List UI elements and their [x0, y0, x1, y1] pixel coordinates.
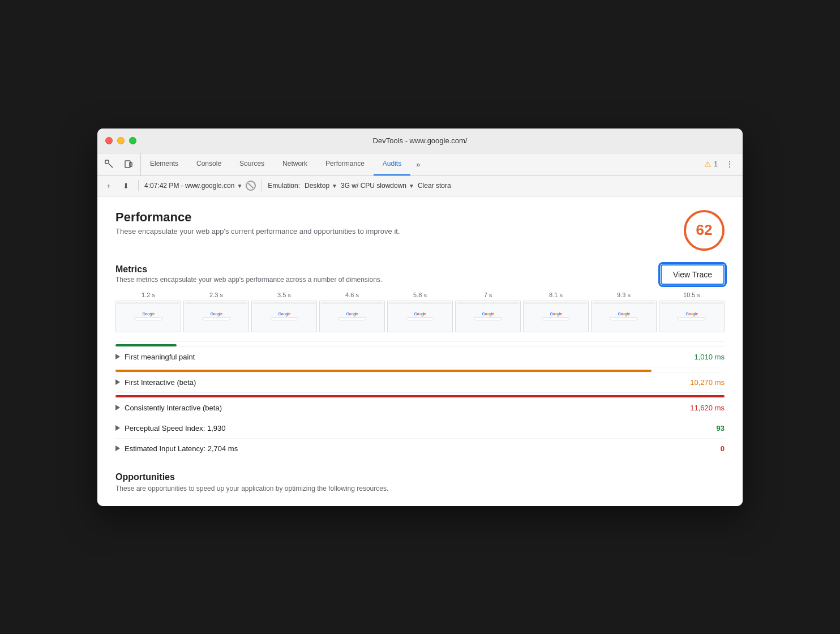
film-frame-6: 7 s Google [455, 292, 521, 332]
film-time-9: 10.5 s [683, 292, 700, 298]
google-logo-small-4: Google [346, 312, 358, 316]
film-time-2: 2.3 s [209, 292, 223, 298]
film-frame-8: 9.3 s Google [591, 292, 657, 332]
more-tabs-button[interactable]: » [410, 153, 426, 175]
toolbar-divider-2 [262, 180, 262, 191]
first-interactive-label: First Interactive (beta) [125, 378, 685, 387]
download-button[interactable]: ⬇ [119, 179, 132, 192]
tab-audits[interactable]: Audits [374, 153, 410, 175]
google-logo-small: Google [142, 312, 154, 316]
tab-right-controls: ⚠ 1 ⋮ [698, 153, 743, 175]
google-logo-small-8: Google [618, 312, 629, 316]
toolbar-divider [138, 180, 139, 191]
element-picker-icon[interactable] [102, 157, 117, 172]
performance-header: Performance These encapsulate your web a… [115, 210, 725, 251]
google-logo-small-6: Google [482, 312, 494, 316]
film-time-3: 3.5 s [277, 292, 291, 298]
opportunities-section: Opportunities These are opportunities to… [115, 472, 725, 492]
minimize-button[interactable] [117, 137, 125, 144]
film-time-8: 9.3 s [617, 292, 631, 298]
google-logo-small-5: Google [414, 312, 426, 316]
film-thumb-6: Google [455, 301, 521, 332]
metric-arrow-4[interactable] [115, 425, 120, 431]
metric-arrow-3[interactable] [115, 405, 120, 410]
view-trace-button[interactable]: View Trace [661, 264, 725, 285]
metric-arrow-1[interactable] [115, 354, 120, 359]
first-meaningful-paint-label: First meaningful paint [125, 353, 690, 361]
film-frame-2: 2.3 s Google [183, 292, 249, 332]
film-time-5: 5.8 s [413, 292, 427, 298]
metrics-description: These metrics encapsulate your web app's… [115, 276, 382, 284]
metric-first-meaningful-paint: First meaningful paint 1,010 ms [115, 346, 725, 367]
performance-title: Performance [115, 210, 400, 225]
film-thumb-7: Google [523, 301, 589, 332]
tabbar: Elements Console Sources Network Perform… [97, 153, 743, 176]
performance-score-circle: 62 [684, 210, 725, 251]
timestamp-dropdown-arrow[interactable]: ▼ [237, 183, 242, 189]
performance-score: 62 [696, 221, 713, 239]
metric-perceptual-speed: Perceptual Speed Index: 1,930 93 [115, 418, 725, 438]
emulation-dropdown-arrow[interactable]: ▼ [332, 183, 337, 189]
film-frame-7: 8.1 s Google [523, 292, 589, 332]
svg-rect-0 [105, 160, 109, 164]
google-logo-small-3: Google [278, 312, 290, 316]
titlebar: DevTools - www.google.com/ [97, 128, 743, 153]
devtools-window: DevTools - www.google.com/ Elements [97, 128, 743, 506]
blocked-icon [246, 181, 256, 191]
performance-title-group: Performance These encapsulate your web a… [115, 210, 400, 235]
perceptual-speed-score: 93 [717, 424, 725, 432]
film-thumb-5: Google [387, 301, 453, 332]
clear-storage-display[interactable]: Clear stora [418, 182, 451, 190]
metric-input-latency: Estimated Input Latency: 2,704 ms 0 [115, 438, 725, 459]
performance-description: These encapsulate your web app's current… [115, 227, 400, 235]
maximize-button[interactable] [129, 137, 136, 144]
close-button[interactable] [105, 137, 113, 144]
tab-elements[interactable]: Elements [141, 153, 187, 175]
input-latency-score: 0 [721, 444, 725, 453]
film-frame-1: 1.2 s Google [115, 292, 181, 332]
film-thumb-4: Google [319, 301, 385, 332]
google-logo-small-2: Google [210, 312, 222, 316]
tab-sources[interactable]: Sources [230, 153, 273, 175]
network-dropdown-arrow[interactable]: ▼ [409, 183, 414, 189]
main-content: Performance These encapsulate your web a… [97, 196, 743, 506]
tab-list: Elements Console Sources Network Perform… [141, 153, 698, 175]
metric-consistently-interactive: Consistently Interactive (beta) 11,620 m… [115, 397, 725, 418]
first-interactive-value: 10,270 ms [690, 378, 725, 387]
metric-first-interactive: First Interactive (beta) 10,270 ms [115, 372, 725, 392]
input-latency-label: Estimated Input Latency: 2,704 ms [125, 444, 716, 453]
google-logo-small-7: Google [550, 312, 562, 316]
perceptual-speed-label: Perceptual Speed Index: 1,930 [125, 424, 712, 432]
metrics-section-header: Metrics These metrics encapsulate your w… [115, 264, 725, 285]
window-title: DevTools - www.google.com/ [373, 136, 468, 145]
opportunities-title: Opportunities [115, 472, 725, 482]
more-options-icon[interactable]: ⋮ [722, 157, 737, 172]
film-thumb-1: Google [115, 301, 181, 332]
warning-icon: ⚠ [704, 160, 712, 169]
metric-arrow-5[interactable] [115, 445, 120, 451]
film-frame-3: 3.5 s Google [251, 292, 317, 332]
film-frame-4: 4.6 s Google [319, 292, 385, 332]
traffic-lights [105, 137, 136, 144]
tab-network[interactable]: Network [273, 153, 316, 175]
film-thumb-8: Google [591, 301, 657, 332]
consistently-interactive-label: Consistently Interactive (beta) [125, 404, 685, 412]
timestamp-display: 4:07:42 PM - www.google.con ▼ [144, 182, 242, 190]
film-frame-5: 5.8 s Google [387, 292, 453, 332]
film-time-7: 8.1 s [549, 292, 563, 298]
device-toolbar-icon[interactable] [121, 157, 136, 172]
audit-toolbar: + ⬇ 4:07:42 PM - www.google.con ▼ Emulat… [97, 176, 743, 196]
filmstrip: 1.2 s Google 2.3 s [115, 292, 725, 332]
tab-console[interactable]: Console [187, 153, 230, 175]
tab-performance[interactable]: Performance [316, 153, 374, 175]
metric-arrow-2[interactable] [115, 379, 120, 385]
film-frame-9: 10.5 s Google [659, 292, 725, 332]
google-logo-small-9: Google [685, 312, 697, 316]
network-throttle-display: 3G w/ CPU slowdown ▼ [341, 182, 414, 190]
film-time-4: 4.6 s [345, 292, 359, 298]
opportunities-description: These are opportunities to speed up your… [115, 485, 725, 492]
add-button[interactable]: + [102, 179, 115, 192]
emulation-display: Emulation: Desktop ▼ [268, 182, 337, 190]
svg-rect-2 [130, 162, 132, 166]
tab-icon-group [97, 153, 141, 175]
